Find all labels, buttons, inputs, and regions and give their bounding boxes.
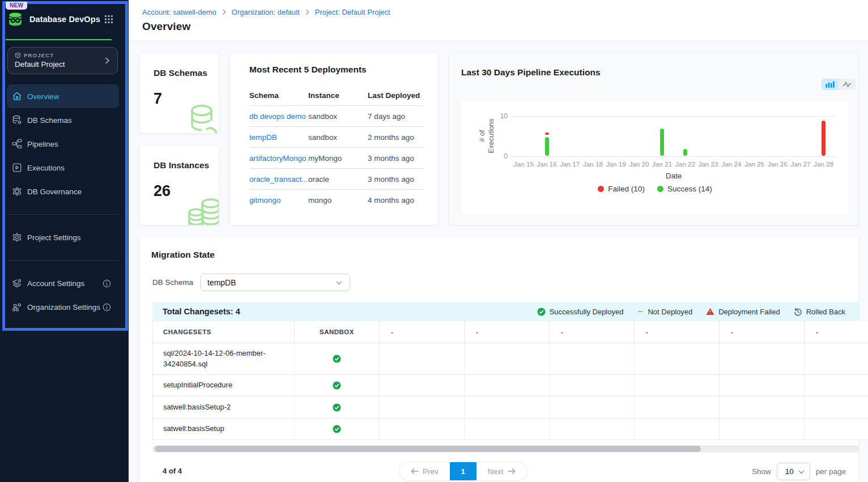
arrow-right-icon (508, 468, 516, 475)
sidebar-item-account-settings[interactable]: Account Settings (7, 271, 119, 295)
changeset-name: sql/2024-10-14-12-06-member-34240854.sql (153, 343, 295, 374)
changeset-status-cell (295, 343, 380, 374)
changeset-status-cell (295, 375, 380, 396)
changesets-column-header: - (635, 321, 720, 343)
deployment-schema-link[interactable]: tempDB (249, 133, 308, 142)
legend-item-success[interactable]: Success (14) (657, 185, 712, 193)
deployments-column-header: Schema (249, 91, 308, 100)
layers-gear-icon (12, 278, 22, 288)
sidebar-item-organization-settings[interactable]: Organization Settings (7, 295, 119, 319)
changeset-empty-cell (465, 419, 550, 440)
warning-triangle-icon (706, 308, 714, 315)
project-selector[interactable]: PROJECT Default Project (7, 47, 118, 74)
scrollbar-thumb[interactable] (155, 446, 701, 452)
pagination: Prev 1 Next (399, 462, 527, 480)
next-label: Next (488, 467, 504, 476)
db-schemas-card[interactable]: DB Schemas 7 (139, 53, 219, 134)
db-schema-select[interactable]: tempDB (201, 274, 350, 291)
changesets-column-header: CHANGESETS (153, 321, 295, 343)
status-legend-item: Deployment Failed (706, 308, 780, 316)
next-page-button[interactable]: Next (476, 462, 527, 480)
deployment-row: gitmongomongo4 months ago (249, 190, 423, 211)
changeset-name: setupInitialProcedure (153, 375, 295, 396)
x-tick-label: Jan 19 (603, 160, 629, 168)
changeset-empty-cell (465, 343, 550, 374)
db-schema-filter-row: DB Schema tempDB (151, 274, 858, 291)
check-circle-icon (333, 403, 341, 412)
page-1-button[interactable]: 1 (450, 462, 476, 480)
deployment-instance: myMongo (308, 154, 368, 163)
breadcrumb-link[interactable]: Project: Default Project (315, 8, 390, 16)
page-header: Account: satwell-demoOrganization: defau… (129, 0, 868, 41)
breadcrumb-link[interactable]: Account: satwell-demo (142, 8, 216, 16)
migration-state-card: Migration State DB Schema tempDB Total C… (139, 236, 859, 482)
horizontal-scrollbar[interactable] (152, 445, 860, 453)
success-bar[interactable] (545, 137, 549, 156)
deployment-schema-link[interactable]: gitmongo (249, 196, 308, 204)
changesets-table: Total Changesets: 4 Successfully Deploye… (152, 302, 860, 453)
status-legend-label: Rolled Back (806, 308, 845, 316)
success-bar[interactable] (660, 129, 664, 156)
chart-card-title: Last 30 Days Pipeline Executions (461, 67, 601, 78)
legend-item-failed[interactable]: Failed (10) (598, 185, 645, 193)
changeset-empty-cell (380, 419, 465, 440)
sidebar-item-executions[interactable]: Executions (7, 156, 119, 180)
sidebar-nav-secondary: Project Settings (7, 225, 119, 249)
total-changesets-label: Total Changesets: 4 (163, 307, 537, 316)
breadcrumb: Account: satwell-demoOrganization: defau… (142, 8, 868, 16)
legend-dot (598, 186, 604, 192)
summary-cards-row: DB Schemas 7 DB Instances 26 (139, 53, 859, 225)
line-chart-toggle-button[interactable] (839, 79, 856, 90)
changesets-column-header: - (465, 321, 550, 343)
success-bar[interactable] (683, 149, 687, 156)
changeset-status-cell (295, 396, 380, 418)
x-tick-label: Jan 16 (534, 160, 560, 168)
sidebar-item-pipelines[interactable]: Pipelines (7, 132, 119, 156)
bar-chart-toggle-button[interactable] (822, 79, 839, 90)
changeset-empty-cell (550, 375, 635, 396)
project-selector-label: PROJECT (24, 52, 54, 58)
legend-dot (657, 186, 663, 192)
brand-green-rule (6, 39, 112, 40)
changeset-empty-cell (380, 396, 465, 418)
db-instances-card[interactable]: DB Instances 26 (139, 145, 219, 226)
changeset-row: satwell:basisSetup-2 (152, 396, 868, 419)
db-gear-icon (12, 115, 22, 125)
changeset-row: satwell:basisSetup (152, 419, 868, 440)
sidebar-item-db-governance[interactable]: DB Governance (7, 180, 119, 203)
breadcrumb-link[interactable]: Organization: default (232, 8, 300, 16)
info-icon[interactable] (103, 303, 111, 312)
bar-chart-icon (826, 81, 835, 88)
legend-label: Failed (10) (608, 185, 645, 193)
failed-bar[interactable] (822, 121, 826, 156)
deployment-schema-link[interactable]: artifactoryMongo (249, 154, 308, 163)
home-icon (12, 91, 22, 101)
status-legend-label: Successfully Deployed (550, 308, 624, 316)
app-grid-icon[interactable] (104, 15, 113, 24)
changesets-column-header: - (380, 321, 465, 343)
changeset-empty-cell (720, 396, 805, 418)
changeset-empty-cell (805, 396, 868, 418)
sidebar-item-overview[interactable]: Overview (7, 84, 119, 108)
sidebar-item-label: DB Governance (27, 187, 114, 196)
x-tick-label: Jan 24 (718, 160, 744, 168)
product-title: Database DevOps (29, 15, 104, 24)
project-selector-value: Default Project (15, 60, 110, 69)
deployment-instance: sandbox (308, 112, 368, 121)
sidebar-item-label: Account Settings (27, 279, 103, 288)
info-icon[interactable] (103, 279, 111, 288)
x-tick-label: Jan 25 (742, 160, 768, 168)
chart-type-toggle (822, 79, 856, 90)
deployment-schema-link[interactable]: oracle_transact... (249, 175, 308, 184)
sidebar-item-project-settings[interactable]: Project Settings (7, 225, 119, 249)
sidebar-item-db-schemas[interactable]: DB Schemas (7, 108, 119, 132)
page-size-select[interactable]: 10 (777, 463, 810, 480)
failed-bar[interactable] (545, 133, 549, 135)
page-body: DB Schemas 7 DB Instances 26 (129, 41, 868, 482)
deployment-schema-link[interactable]: db devops demo (249, 112, 308, 121)
changeset-name: satwell:basisSetup (153, 419, 295, 440)
changesets-header-row: CHANGESETSSANDBOX------ (152, 321, 868, 343)
changeset-row: setupInitialProcedure (152, 375, 868, 396)
prev-page-button[interactable]: Prev (399, 462, 450, 480)
grid-line (512, 116, 835, 117)
